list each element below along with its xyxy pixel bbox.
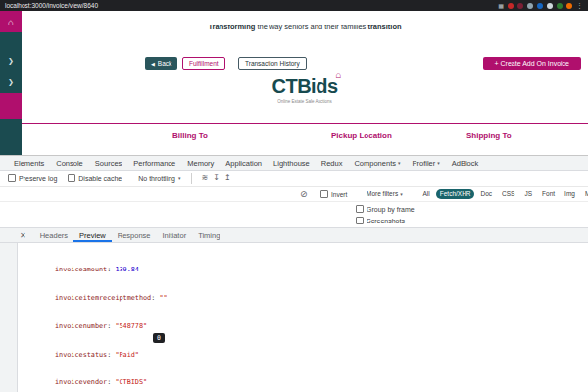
tab-components[interactable]: Components▾ [348, 156, 406, 170]
extension-icon[interactable] [517, 3, 523, 9]
invert-label: Invert [331, 191, 347, 198]
throttling-select[interactable]: No throttling ▾ [138, 175, 180, 182]
chevron-down-icon: ▾ [398, 160, 401, 166]
page-banner: Transforming the way seniors and their f… [22, 23, 588, 31]
clear-network-log-icon[interactable]: ⊘ [300, 190, 308, 199]
json-value: "548778" [115, 322, 147, 330]
toolbar-divider [191, 173, 192, 184]
tab-application[interactable]: Application [220, 156, 268, 170]
sidebar-logo[interactable]: ⌂ [0, 11, 22, 32]
network-conditions-icon[interactable]: ≋ [202, 174, 209, 182]
transaction-history-button[interactable]: Transaction History [238, 57, 307, 70]
fulfillment-button[interactable]: Fulfillment [182, 57, 225, 70]
devtools-tab-bar: Elements Console Sources Performance Mem… [0, 156, 588, 171]
tab-redux[interactable]: Redux [316, 156, 349, 170]
request-list-gutter [0, 243, 18, 392]
tab-performance[interactable]: Performance [127, 156, 181, 170]
chevron-down-icon: ▾ [400, 191, 403, 197]
disable-cache-checkbox[interactable] [68, 174, 75, 182]
tab-sources[interactable]: Sources [89, 156, 128, 170]
preserve-log-option[interactable]: Preserve log [8, 174, 57, 182]
banner-bold-lead: Transforming [208, 23, 255, 31]
import-har-icon[interactable]: ↧ [213, 174, 220, 182]
extension-icon[interactable] [508, 3, 514, 9]
address-url[interactable]: localhost:3000/invoice/view/8640 [5, 2, 98, 9]
tab-timing[interactable]: Timing [192, 228, 225, 242]
back-button[interactable]: ◀ Back [145, 57, 177, 70]
pill-media[interactable]: Media [581, 189, 588, 199]
tab-profiler[interactable]: Profiler▾ [406, 156, 445, 170]
pill-fetch-xhr[interactable]: Fetch/XHR [436, 189, 474, 199]
json-value: "Paid" [115, 351, 139, 359]
browser-toolbar-icons: ▦ ⋮ [498, 2, 583, 9]
extension-icon[interactable] [527, 3, 533, 9]
close-icon[interactable]: ✕ [20, 231, 26, 240]
preserve-log-checkbox[interactable] [8, 174, 16, 182]
tab-adblock[interactable]: AdBlock [446, 156, 485, 170]
json-key: invoicevendor [55, 378, 107, 386]
section-heading-billing: Billing To [172, 131, 208, 140]
create-addon-invoice-button[interactable]: + Create Add On Invoice [483, 57, 581, 70]
tab-initiator[interactable]: Initiator [157, 228, 193, 242]
json-property-row[interactable]: invoicenumber: "548778" [55, 322, 588, 332]
screenshots-option[interactable]: Screenshots [356, 217, 405, 224]
group-by-frame-checkbox[interactable] [356, 205, 364, 213]
group-by-frame-option[interactable]: Group by frame [356, 205, 415, 213]
tab-memory[interactable]: Memory [181, 156, 220, 170]
devtools-panel: Elements Console Sources Performance Mem… [0, 155, 588, 392]
browser-menu-icon[interactable]: ⋮ [576, 2, 583, 9]
request-type-pills: All Fetch/XHR Doc CSS JS Font Img Media [419, 189, 588, 199]
house-icon: ⌂ [8, 17, 14, 27]
extension-icon[interactable] [566, 3, 572, 9]
pill-doc[interactable]: Doc [477, 189, 496, 199]
json-property-row[interactable]: invoiceitemreceiptmethod: "" [55, 294, 588, 304]
json-property-row[interactable]: invoicevendor: "CTBIDS" [55, 378, 588, 388]
banner-text: the way seniors and their families [255, 23, 368, 31]
tab-headers[interactable]: Headers [34, 228, 74, 242]
screenshots-checkbox[interactable] [356, 217, 364, 224]
extension-icon[interactable] [557, 3, 563, 9]
pill-font[interactable]: Font [539, 189, 559, 199]
throttling-value: No throttling [138, 175, 175, 182]
json-key: invoiceamount [55, 266, 107, 273]
sidebar-chevron-icon[interactable]: ❯ [0, 78, 22, 86]
browser-top-bar: localhost:3000/invoice/view/8640 ▦ ⋮ [0, 0, 588, 11]
pill-all[interactable]: All [419, 189, 433, 199]
extension-icon[interactable] [537, 3, 543, 9]
pill-img[interactable]: Img [562, 189, 579, 199]
chevron-down-icon: ▾ [178, 175, 181, 181]
network-filter-bar: ⊘ Invert More filters ▾ All Fetch/XHR Do… [0, 187, 588, 202]
tab-response[interactable]: Response [112, 228, 157, 242]
sidebar-chevron-icon[interactable]: ❯ [0, 57, 22, 65]
tab-elements[interactable]: Elements [8, 156, 50, 170]
tab-console[interactable]: Console [50, 156, 89, 170]
json-key: invoicenumber [55, 322, 107, 330]
network-filter-input[interactable] [8, 189, 292, 200]
back-button-label: Back [158, 60, 172, 67]
disable-cache-label: Disable cache [78, 175, 122, 182]
tab-preview[interactable]: Preview [74, 228, 112, 242]
invert-checkbox[interactable] [320, 190, 328, 198]
export-har-icon[interactable]: ↥ [224, 174, 231, 182]
json-property-row[interactable]: invoiceamount: 139.84 [55, 266, 588, 275]
more-filters-dropdown[interactable]: More filters ▾ [367, 190, 403, 197]
create-addon-invoice-label: + Create Add On Invoice [495, 60, 569, 67]
fulfillment-button-label: Fulfillment [189, 60, 219, 67]
apps-grid-icon[interactable]: ▦ [498, 3, 504, 9]
json-property-row[interactable]: invoicestatus: "Paid" [55, 351, 588, 361]
transaction-history-label: Transaction History [245, 60, 300, 67]
tab-lighthouse[interactable]: Lighthouse [268, 156, 316, 170]
json-key: invoicestatus [55, 351, 107, 359]
pill-css[interactable]: CSS [499, 189, 518, 199]
pill-js[interactable]: JS [521, 189, 536, 199]
extension-icon[interactable] [547, 3, 553, 9]
json-value: "" [159, 294, 167, 302]
banner-bold-tail: transition [368, 23, 401, 31]
chevron-down-icon: ▾ [437, 160, 440, 166]
disable-cache-option[interactable]: Disable cache [68, 174, 122, 182]
json-key: invoiceitemreceiptmethod [55, 294, 151, 302]
preserve-log-label: Preserve log [19, 175, 57, 182]
sidebar-active-item[interactable] [0, 93, 22, 119]
section-heading-pickup: Pickup Location [331, 131, 392, 140]
invert-filter-option[interactable]: Invert [320, 190, 347, 198]
